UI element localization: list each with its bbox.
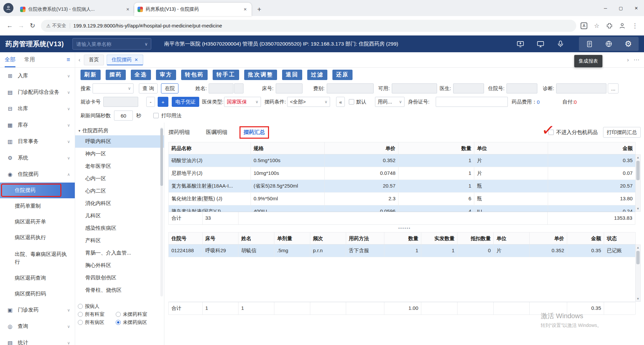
globe-icon[interactable] [602, 38, 615, 50]
tree-item[interactable]: 产科区 [75, 234, 164, 247]
content-tab[interactable]: 摆药汇总 [244, 129, 265, 136]
sidebar-subitem[interactable]: 病区摆药扫码 [0, 286, 75, 302]
radio-option[interactable]: 未摆药科室 [116, 311, 154, 318]
scope-tab-all[interactable]: 全部 [5, 52, 15, 67]
toolbar-button[interactable]: 还原 [332, 70, 353, 80]
sidebar-item[interactable]: ◎查询∨ [0, 318, 75, 335]
new-tab-button[interactable]: + [254, 4, 264, 14]
medication-select[interactable]: 用药...∨ [375, 97, 405, 107]
toolbar-button[interactable]: 摆药 [106, 70, 126, 80]
toolbar-button[interactable]: 过滤 [307, 70, 327, 80]
scope-tab-common[interactable]: 常用 [24, 52, 35, 67]
name-suffix-input[interactable] [234, 83, 244, 93]
tab-close-icon[interactable]: ✕ [135, 57, 138, 62]
sidebar-item[interactable]: ◉住院摆药∧ [0, 166, 75, 183]
forward-icon[interactable]: → [15, 20, 27, 31]
integrated-report-icon[interactable] [583, 38, 596, 50]
sidebar-subitem[interactable]: 病区退药执行 [0, 230, 75, 246]
summary-row[interactable]: 硝酸甘油片(J)0.5mg*100s0.3521片0.35 [168, 154, 635, 167]
tabs-scroll-right-icon[interactable]: › [627, 57, 629, 63]
bed-input[interactable] [276, 83, 303, 93]
tab-close-icon[interactable]: ✕ [125, 7, 131, 12]
scroll-up-icon[interactable]: ▲ [636, 155, 640, 160]
diagnosis-input[interactable] [556, 83, 606, 93]
collapse-sidebar-icon[interactable]: ≡ [66, 56, 70, 63]
sidebar-subitem[interactable]: 病区退药开单 [0, 214, 75, 230]
url-text[interactable]: 199.9.129.29:8000/his-yf/app/#/hospital-… [73, 23, 222, 28]
sidebar-subitem[interactable]: 病区退药查询 [0, 270, 75, 286]
radio-icon[interactable] [78, 312, 83, 317]
sidebar-subitem[interactable]: 出院、毒麻病区退药执行 [0, 246, 75, 270]
tree-item[interactable]: 骨四肢创伤区 [75, 272, 164, 284]
maximize-icon[interactable]: ▢ [613, 0, 629, 16]
toolbar-button[interactable]: 审方 [156, 70, 176, 80]
monitor-icon[interactable] [534, 38, 547, 50]
tab-close-icon[interactable]: ✕ [242, 7, 248, 12]
sidebar-item[interactable]: ▤门诊配药综合业务∨ [0, 84, 75, 100]
diagnosis-more-button[interactable]: ... [608, 83, 619, 93]
query-button[interactable]: 查 询 [139, 83, 158, 93]
detail-scrollbar-thumb[interactable] [636, 251, 640, 264]
toolbar-button[interactable]: 批次调整 [244, 70, 277, 80]
search-select[interactable]: ∨ [93, 83, 133, 93]
refresh-interval-input[interactable] [114, 111, 133, 121]
card-no-input[interactable] [103, 97, 138, 107]
page-tab-home[interactable]: 首页 [84, 55, 104, 65]
tree-item[interactable]: 消化内科区 [75, 197, 164, 210]
tree-scrollbar[interactable] [160, 127, 163, 296]
translate-icon[interactable]: A [579, 21, 589, 31]
scroll-up-icon[interactable]: ▲ [636, 245, 640, 250]
insurance-select[interactable]: 国家医保∨ [224, 97, 261, 107]
browser-tab[interactable]: 药房系统(V13) - 住院摆药✕ [134, 3, 252, 16]
refresh-icon[interactable]: ↻ [27, 20, 38, 31]
tree-item[interactable]: 心内一区 [75, 172, 164, 185]
minus-button[interactable]: - [146, 97, 155, 107]
radio-icon[interactable] [78, 304, 83, 309]
summary-scrollbar[interactable]: ▲ ▼ [635, 154, 641, 212]
radio-option[interactable]: 所有病区 [78, 319, 116, 326]
detail-row[interactable]: 01224188呼吸科29胡毓信.5mgp.r.n舌下含服110片0.3520.… [168, 245, 635, 257]
summary-row[interactable]: 尼群地平片(J)10mg*100s0.07481片0.07 [168, 167, 635, 180]
tree-item[interactable]: 神内一区 [75, 148, 164, 160]
evoucher-button[interactable]: 电子凭证 [172, 97, 199, 107]
tree-item[interactable]: 胸心外科区 [75, 259, 164, 272]
tree-item[interactable]: 儿科区 [75, 210, 164, 222]
tabs-more-icon[interactable]: ⋯ [634, 56, 639, 63]
tree-item[interactable]: 心内二区 [75, 185, 164, 197]
radio-icon[interactable] [116, 312, 121, 317]
plus-button[interactable]: + [158, 97, 168, 107]
tree-scrollbar-thumb[interactable] [160, 128, 163, 186]
inhospital-button[interactable]: 在院 [161, 83, 178, 93]
url-bar[interactable]: ⚠不安全 199.9.129.29:8000/his-yf/app/#/hosp… [41, 20, 576, 32]
detail-scrollbar[interactable]: ▲ ▼ [635, 245, 641, 302]
content-tab[interactable]: 摆药明细 [168, 129, 190, 136]
summary-row[interactable]: 氯化钠注射液(塑瓶) (J)0.9%*50ml2.36瓶13.80 [168, 193, 635, 205]
table-splitter[interactable]: •••••• [168, 225, 641, 232]
sidebar-item[interactable]: ⊟出库∨ [0, 100, 75, 117]
name-input[interactable] [209, 83, 233, 93]
sidebar-item[interactable]: ▣门诊发药∨ [0, 302, 75, 318]
toolbar-button[interactable]: 刷新 [80, 70, 101, 80]
tree-item[interactable]: 呼吸内科区 [75, 135, 164, 148]
screen-share-icon[interactable] [514, 38, 527, 50]
sidebar-subitem[interactable]: 住院摆药 [0, 183, 75, 198]
toolbar-button[interactable]: 转手工 [213, 70, 239, 80]
sidebar-item[interactable]: ▦库存∨ [0, 117, 75, 133]
browser-user-icon[interactable] [617, 21, 627, 31]
toolbar-button[interactable]: 全选 [131, 70, 151, 80]
default-checkbox[interactable] [349, 99, 354, 105]
sidebar-subitem[interactable]: 摆药单重制 [0, 198, 75, 214]
tree-root[interactable]: ▾ 住院西药房 [75, 126, 164, 135]
summary-row[interactable]: 胰岛素注射液(国产)(J)400IU0.05964IU0.24 [168, 205, 635, 212]
sidebar-item[interactable]: ⊞入库∨ [0, 68, 75, 84]
tabs-scroll-left-icon[interactable]: ‹ [78, 57, 80, 63]
no-pack-checkbox[interactable] [548, 130, 554, 135]
bookmark-star-icon[interactable]: ☆ [592, 21, 602, 31]
summary-row[interactable]: 复方氨基酸注射液(18AA-I...(省采5)28.5g*250ml20.571… [168, 180, 635, 193]
security-warning[interactable]: ⚠不安全 [46, 23, 66, 29]
tree-item[interactable]: 感染性疾病区 [75, 222, 164, 234]
content-tab[interactable]: 医嘱明细 [206, 129, 227, 136]
minimize-icon[interactable]: ─ [598, 0, 613, 16]
mic-icon[interactable] [554, 38, 567, 50]
print-summary-button[interactable]: 打印摆药汇总 [603, 127, 641, 138]
